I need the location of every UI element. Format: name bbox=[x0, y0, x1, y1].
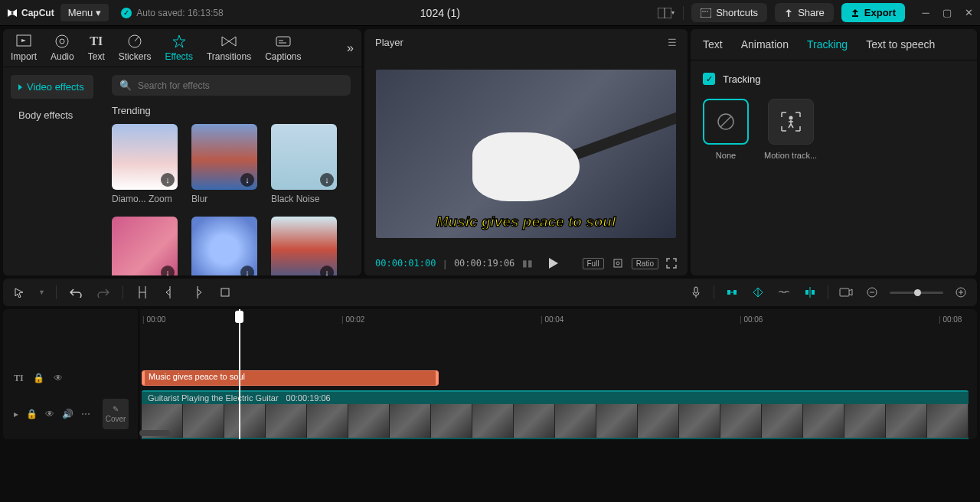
search-input[interactable] bbox=[138, 80, 343, 91]
tab-text[interactable]: Text bbox=[703, 38, 723, 51]
sidebar-item-body-effects[interactable]: Body effects bbox=[11, 103, 93, 127]
tracking-option-none[interactable] bbox=[703, 99, 749, 145]
more-tabs-button[interactable]: » bbox=[347, 41, 354, 55]
redo-button[interactable] bbox=[95, 284, 112, 301]
player-menu-button[interactable]: ☰ bbox=[668, 37, 677, 48]
zoom-out-button[interactable] bbox=[864, 284, 880, 301]
transitions-icon bbox=[221, 34, 237, 49]
fullscreen-button[interactable] bbox=[666, 258, 677, 269]
preview-render-button[interactable] bbox=[838, 284, 854, 301]
svg-point-5 bbox=[707, 11, 708, 12]
ruler-tick: | 00:02 bbox=[341, 315, 364, 324]
effect-card[interactable]: ↓ bbox=[271, 217, 337, 275]
ruler-tick: | 00:00 bbox=[142, 315, 165, 324]
menu-button[interactable]: Menu ▾ bbox=[60, 4, 109, 21]
text-clip[interactable]: Music gives peace to soul bbox=[142, 370, 439, 386]
player-preview[interactable]: Music gives peace to soul bbox=[376, 70, 676, 238]
tab-animation[interactable]: Animation bbox=[741, 38, 789, 51]
cover-button[interactable]: ✎ Cover bbox=[103, 399, 129, 429]
share-button[interactable]: Share bbox=[775, 3, 834, 22]
tab-audio[interactable]: Audio bbox=[51, 34, 74, 62]
effect-card[interactable]: ↓Blur bbox=[191, 124, 257, 204]
svg-rect-24 bbox=[694, 287, 697, 293]
ruler-tick: | 00:08 bbox=[939, 315, 962, 324]
eye-icon[interactable]: 👁 bbox=[45, 409, 54, 419]
tab-tracking[interactable]: Tracking bbox=[807, 38, 848, 51]
svg-rect-31 bbox=[812, 290, 815, 295]
svg-point-8 bbox=[60, 39, 64, 44]
crop-tool[interactable] bbox=[217, 284, 234, 301]
none-icon bbox=[716, 112, 736, 132]
full-button[interactable]: Full bbox=[583, 258, 604, 269]
snap-button[interactable] bbox=[750, 284, 766, 301]
svg-rect-30 bbox=[805, 290, 808, 295]
split-button[interactable] bbox=[134, 284, 151, 301]
tab-effects[interactable]: Effects bbox=[165, 34, 192, 62]
more-icon[interactable]: ⋯ bbox=[81, 409, 90, 419]
video-clip[interactable]: Guitarist Playing the Electric Guitar 00… bbox=[142, 390, 969, 439]
timeline-scrollbar[interactable] bbox=[139, 430, 170, 436]
mic-button[interactable] bbox=[688, 284, 704, 301]
svg-point-14 bbox=[616, 262, 619, 265]
timeline-tracks[interactable]: | 00:00| 00:02| 00:04| 00:06| 00:08 Musi… bbox=[139, 309, 977, 439]
inspector-panel: Text Animation Tracking Text to speech ✓… bbox=[691, 29, 977, 275]
effect-card[interactable]: ↓ bbox=[191, 217, 257, 275]
download-icon[interactable]: ↓ bbox=[320, 173, 334, 187]
svg-rect-25 bbox=[727, 290, 730, 295]
zoom-slider[interactable] bbox=[890, 292, 943, 294]
export-button[interactable]: Export bbox=[841, 3, 905, 22]
tab-captions[interactable]: Captions bbox=[265, 34, 301, 62]
lock-icon[interactable]: 🔒 bbox=[33, 373, 44, 383]
effect-card[interactable]: ↓ bbox=[112, 217, 178, 275]
lock-icon[interactable]: 🔒 bbox=[26, 409, 38, 419]
delete-right-button[interactable] bbox=[189, 284, 206, 301]
triangle-icon bbox=[18, 84, 22, 90]
preview-axis-button[interactable] bbox=[802, 284, 818, 301]
shortcuts-button[interactable]: Shortcuts bbox=[691, 3, 767, 22]
search-box[interactable]: 🔍 bbox=[112, 75, 351, 96]
effects-list: 🔍 Trending ↓Diamo... Zoom↓Blur↓Black Noi… bbox=[101, 67, 361, 275]
share-icon bbox=[784, 8, 793, 18]
effect-card[interactable]: ↓Diamo... Zoom bbox=[112, 124, 178, 204]
download-icon[interactable]: ↓ bbox=[161, 173, 175, 187]
zoom-in-button[interactable] bbox=[952, 284, 969, 301]
selection-tool[interactable] bbox=[11, 284, 28, 301]
export-icon bbox=[851, 8, 860, 18]
tracking-checkbox[interactable]: ✓ bbox=[703, 73, 715, 85]
ratio-button[interactable]: Ratio bbox=[632, 258, 658, 269]
close-button[interactable]: ✕ bbox=[963, 8, 974, 18]
tab-tts[interactable]: Text to speech bbox=[866, 38, 935, 51]
tab-transitions[interactable]: Transitions bbox=[207, 34, 251, 62]
undo-button[interactable] bbox=[67, 284, 84, 301]
motion-track-icon bbox=[779, 110, 802, 133]
mute-icon[interactable]: 🔊 bbox=[62, 409, 74, 419]
link-button[interactable] bbox=[776, 284, 792, 301]
minimize-button[interactable]: ─ bbox=[920, 8, 931, 18]
maximize-button[interactable]: ▢ bbox=[942, 8, 952, 18]
svg-rect-13 bbox=[614, 259, 622, 267]
eye-icon[interactable]: 👁 bbox=[54, 373, 63, 383]
download-icon[interactable]: ↓ bbox=[240, 173, 254, 187]
effect-card[interactable]: ↓Black Noise bbox=[271, 124, 337, 204]
playhead[interactable] bbox=[239, 309, 240, 439]
play-button[interactable] bbox=[548, 257, 559, 269]
tab-import[interactable]: Import bbox=[11, 34, 37, 62]
layout-button[interactable]: ▾ bbox=[657, 4, 675, 22]
timeline-ruler[interactable]: | 00:00| 00:02| 00:04| 00:06| 00:08 bbox=[139, 309, 977, 331]
crop-button[interactable] bbox=[612, 257, 624, 269]
compare-icon[interactable]: ▮▮ bbox=[522, 258, 533, 269]
tab-stickers[interactable]: Stickers bbox=[119, 34, 152, 62]
sticker-icon bbox=[127, 34, 142, 49]
tracking-option-motion[interactable] bbox=[768, 99, 814, 145]
magnet-button[interactable] bbox=[724, 284, 740, 301]
project-title: 1024 (1) bbox=[230, 7, 652, 19]
download-icon[interactable]: ↓ bbox=[240, 266, 254, 275]
svg-rect-10 bbox=[276, 37, 290, 46]
svg-point-4 bbox=[704, 11, 706, 12]
sidebar-item-video-effects[interactable]: Video effects bbox=[11, 75, 93, 99]
tab-text[interactable]: TIText bbox=[88, 34, 105, 62]
effect-name: Blur bbox=[191, 194, 257, 204]
download-icon[interactable]: ↓ bbox=[161, 266, 175, 275]
delete-left-button[interactable] bbox=[162, 284, 178, 301]
download-icon[interactable]: ↓ bbox=[320, 266, 334, 275]
